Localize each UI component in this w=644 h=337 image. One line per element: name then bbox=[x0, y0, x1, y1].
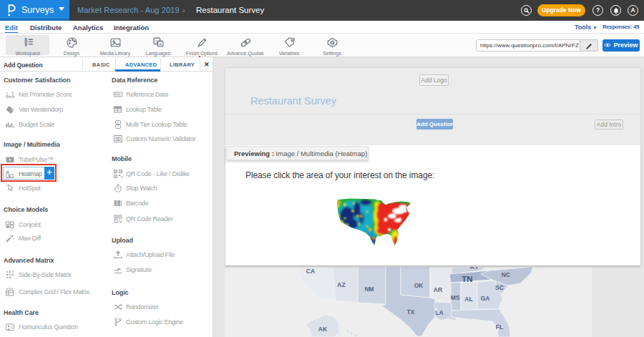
svg-text:文: 文 bbox=[155, 39, 158, 44]
svg-text:A: A bbox=[159, 42, 162, 47]
